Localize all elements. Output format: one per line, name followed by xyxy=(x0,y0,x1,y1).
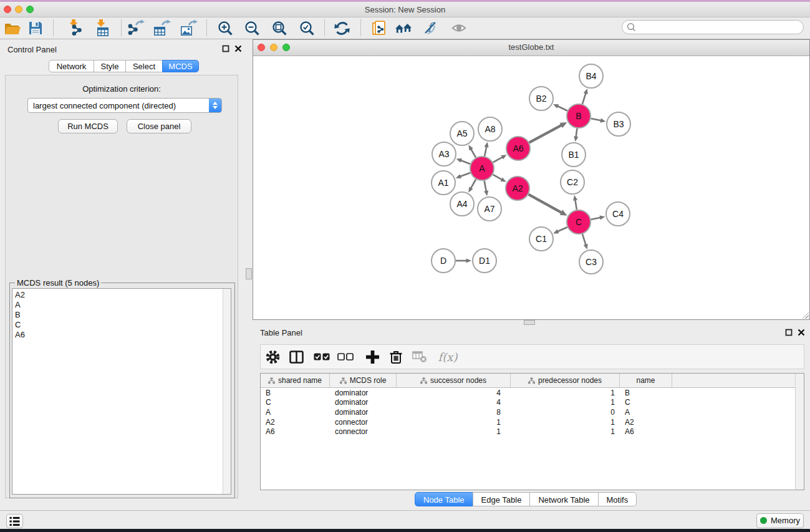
table-scrollbar[interactable] xyxy=(795,374,804,490)
close-panel-icon[interactable] xyxy=(798,329,805,336)
zoom-selected-button[interactable] xyxy=(297,19,316,37)
graph-node-A8[interactable]: A8 xyxy=(478,117,502,141)
zoom-fit-button[interactable] xyxy=(270,19,289,37)
export-network-button[interactable] xyxy=(127,19,145,37)
graph-edge-A-A7[interactable] xyxy=(485,181,486,191)
function-builder-button[interactable]: f(x) xyxy=(435,349,460,365)
table-row-C[interactable]: Cdominator41C xyxy=(261,398,804,408)
graph-edge-B-B1[interactable] xyxy=(576,128,577,137)
task-history-button[interactable] xyxy=(6,514,23,528)
graph-edge-A-A3[interactable] xyxy=(461,160,471,164)
graph-node-A5[interactable]: A5 xyxy=(450,122,474,145)
graph-edge-C-C4[interactable] xyxy=(591,218,601,220)
refresh-view-button[interactable] xyxy=(332,19,351,37)
graph-node-A3[interactable]: A3 xyxy=(432,142,456,166)
graph-edge-A6-B[interactable] xyxy=(529,125,562,143)
mcds-result-item[interactable]: B xyxy=(12,310,231,320)
unselect-all-button[interactable] xyxy=(337,349,354,365)
add-row-button[interactable] xyxy=(364,349,380,365)
graph-node-B[interactable]: B xyxy=(567,104,591,128)
zoom-out-button[interactable] xyxy=(243,19,261,37)
graph-edge-A-A2[interactable] xyxy=(493,175,502,180)
graph-edge-B-B3[interactable] xyxy=(591,118,601,120)
column-header-successor-nodes[interactable]: successor nodes xyxy=(397,374,511,387)
mcds-result-item[interactable]: A xyxy=(12,300,231,310)
graph-node-D1[interactable]: D1 xyxy=(473,249,496,273)
mcds-result-item[interactable]: C xyxy=(12,320,231,330)
graph-edge-A-A5[interactable] xyxy=(471,149,476,158)
graph-node-A2[interactable]: A2 xyxy=(506,177,529,200)
mcds-result-list[interactable]: A2ABCA6 xyxy=(12,288,231,495)
graph-node-B2[interactable]: B2 xyxy=(529,87,553,110)
table-row-A6[interactable]: A6connector11A6 xyxy=(261,427,804,437)
select-all-button[interactable] xyxy=(314,349,330,365)
close-panel-button[interactable]: Close panel xyxy=(127,119,191,133)
graph-edge-A2-C[interactable] xyxy=(529,195,562,213)
graph-node-A1[interactable]: A1 xyxy=(432,171,455,195)
graph-node-B4[interactable]: B4 xyxy=(579,64,603,88)
graph-edge-A-A8[interactable] xyxy=(485,147,486,157)
network-window-titlebar[interactable]: testGlobe.txt xyxy=(253,40,809,56)
graph-edge-B-B4[interactable] xyxy=(582,93,586,104)
graph-node-A6[interactable]: A6 xyxy=(506,137,530,160)
open-file-button[interactable] xyxy=(3,19,22,37)
tab-edge-table[interactable]: Edge Table xyxy=(473,492,531,506)
graph-edge-C-C2[interactable] xyxy=(575,200,577,210)
graph-node-C3[interactable]: C3 xyxy=(579,250,603,274)
graph-edge-A-A1[interactable] xyxy=(460,173,471,177)
graph-edge-A-A6[interactable] xyxy=(493,157,503,163)
criterion-dropdown[interactable]: largest connected component (directed) xyxy=(27,98,222,113)
search-field[interactable] xyxy=(622,20,804,34)
mcds-list-scrollbar[interactable] xyxy=(223,289,231,494)
birds-eye-toggle-button[interactable] xyxy=(450,19,468,37)
graph-node-D[interactable]: D xyxy=(432,249,455,273)
graph-node-C[interactable]: C xyxy=(567,210,591,234)
search-input[interactable] xyxy=(639,22,803,32)
table-row-A2[interactable]: A2connector11A2 xyxy=(261,417,804,427)
ndex-home-button[interactable] xyxy=(394,19,413,37)
tab-network[interactable]: Network xyxy=(49,60,94,72)
column-header-predecessor-nodes[interactable]: predecessor nodes xyxy=(511,374,620,387)
graph-edge-C-C3[interactable] xyxy=(582,234,586,245)
float-panel-icon[interactable] xyxy=(222,45,229,52)
mcds-result-item[interactable]: A2 xyxy=(12,290,231,300)
graph-node-A[interactable]: A xyxy=(470,157,494,180)
graph-edge-A-A4[interactable] xyxy=(471,179,476,188)
graph-edge-B-B2[interactable] xyxy=(557,106,567,110)
cyndex-export-button[interactable] xyxy=(370,19,388,37)
delete-rows-button[interactable] xyxy=(388,349,404,365)
import-network-button[interactable] xyxy=(65,19,84,37)
export-table-button[interactable] xyxy=(153,19,171,37)
hide-graphics-details-button[interactable]: f xyxy=(421,19,440,37)
run-mcds-button[interactable]: Run MCDS xyxy=(58,119,118,133)
delete-table-button[interactable] xyxy=(412,349,428,365)
splitpane-divider-thumb[interactable] xyxy=(246,268,252,279)
memory-button[interactable]: Memory xyxy=(756,513,804,528)
tab-style[interactable]: Style xyxy=(94,60,126,72)
tab-node-table[interactable]: Node Table xyxy=(415,492,473,506)
export-image-button[interactable] xyxy=(180,19,198,37)
graph-node-C1[interactable]: C1 xyxy=(529,227,553,251)
float-panel-icon[interactable] xyxy=(785,329,793,336)
table-row-A[interactable]: Adominator80A xyxy=(261,407,804,417)
graph-edge-C-C1[interactable] xyxy=(557,227,567,231)
column-header-name[interactable]: name xyxy=(620,374,672,387)
save-session-button[interactable] xyxy=(26,19,45,37)
mcds-result-item[interactable]: A6 xyxy=(12,330,231,340)
graph-node-B1[interactable]: B1 xyxy=(562,143,586,167)
graph-node-A7[interactable]: A7 xyxy=(478,197,501,221)
show-columns-button[interactable] xyxy=(288,349,304,365)
table-row-B[interactable]: Bdominator41B xyxy=(261,388,804,398)
tab-select[interactable]: Select xyxy=(125,60,163,72)
column-header-MCDS-role[interactable]: MCDS role xyxy=(330,374,397,387)
tab-mcds[interactable]: MCDS xyxy=(162,60,199,72)
graph-node-A4[interactable]: A4 xyxy=(450,192,474,216)
network-canvas[interactable]: AA1A2A3A4A5A6A7A8BB1B2B3B4CC1C2C3C4DD1 xyxy=(253,56,809,319)
column-header-shared-name[interactable]: shared name xyxy=(261,374,330,387)
tab-motifs[interactable]: Motifs xyxy=(598,492,637,506)
close-panel-icon[interactable] xyxy=(234,45,242,52)
tab-network-table[interactable]: Network Table xyxy=(529,492,598,506)
graph-node-C2[interactable]: C2 xyxy=(561,170,584,194)
import-table-button[interactable] xyxy=(93,19,112,37)
table-settings-button[interactable] xyxy=(264,349,281,365)
